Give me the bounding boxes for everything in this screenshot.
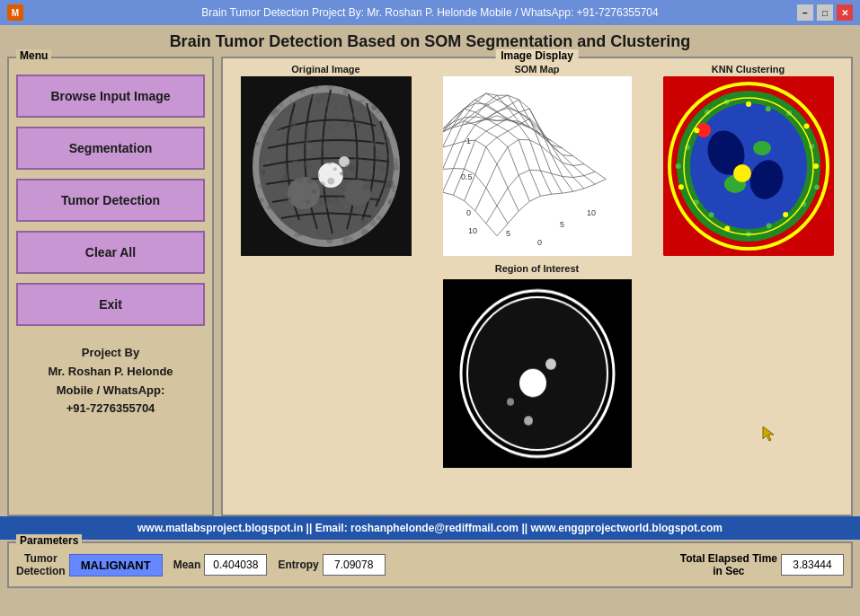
elapsed-time-label: Total Elapsed Timein Sec <box>680 552 777 578</box>
exit-button[interactable]: Exit <box>16 283 205 326</box>
menu-panel: Menu Browse Input Image Segmentation Tum… <box>7 57 214 516</box>
mean-group: Mean 0.404038 <box>173 554 268 576</box>
status-bar: www.matlabsproject.blogspot.in || Email:… <box>0 516 860 540</box>
tumor-detection-button[interactable]: Tumor Detection <box>16 179 205 222</box>
original-image <box>241 76 412 256</box>
main-layout: Menu Browse Input Image Segmentation Tum… <box>0 57 860 516</box>
app-icon: M <box>7 4 23 21</box>
mean-label: Mean <box>173 559 201 571</box>
knn-clustering-label: KNN Clustering <box>712 64 785 75</box>
cursor-indicator <box>761 425 779 443</box>
close-button[interactable]: ✕ <box>837 4 853 21</box>
mean-value: 0.404038 <box>204 554 267 576</box>
image-display-label: Image Display <box>495 49 579 62</box>
som-map-label: SOM Map <box>514 64 559 75</box>
roi-cell: Region of Interest <box>443 263 632 468</box>
tumor-detection-group: TumorDetection MALIGNANT <box>16 552 163 578</box>
clear-all-button[interactable]: Clear All <box>16 231 205 274</box>
window-controls: − □ ✕ <box>797 4 853 21</box>
knn-clustering-cell: KNN Clustering <box>663 64 834 256</box>
entropy-label: Entropy <box>278 559 318 571</box>
minimize-button[interactable]: − <box>797 4 813 21</box>
elapsed-time-group: Total Elapsed Timein Sec 3.83444 <box>680 552 844 578</box>
segmentation-button[interactable]: Segmentation <box>16 127 205 170</box>
svg-marker-0 <box>763 427 774 441</box>
app-title: Brain Tumor Detection Based on SOM Segme… <box>0 25 860 57</box>
tumor-value: MALIGNANT <box>69 554 163 576</box>
browse-input-button[interactable]: Browse Input Image <box>16 75 205 118</box>
entropy-value: 7.09078 <box>323 554 386 576</box>
roi-label: Region of Interest <box>495 263 580 274</box>
maximize-button[interactable]: □ <box>817 4 833 21</box>
parameters-panel: Parameters TumorDetection MALIGNANT Mean… <box>7 541 853 588</box>
parameters-label: Parameters <box>16 534 82 547</box>
title-bar-text: Brain Tumor Detection Project By: Mr. Ro… <box>201 6 658 19</box>
image-display-panel: Image Display Original Image SOM Map KNN… <box>221 57 853 516</box>
entropy-group: Entropy 7.09078 <box>278 554 385 576</box>
original-image-cell: Original Image <box>241 64 412 256</box>
som-map-cell: SOM Map <box>443 64 632 256</box>
roi-row: Region of Interest <box>228 263 846 468</box>
som-map-image <box>443 76 632 256</box>
tumor-detection-label: TumorDetection <box>16 552 66 578</box>
menu-label: Menu <box>16 49 51 62</box>
project-info: Project By Mr. Roshan P. Helonde Mobile … <box>16 344 205 418</box>
elapsed-time-value: 3.83444 <box>781 554 844 576</box>
original-image-label: Original Image <box>291 64 359 75</box>
roi-image <box>443 279 632 468</box>
knn-clustering-image <box>663 76 834 256</box>
title-bar: M Brain Tumor Detection Project By: Mr. … <box>0 0 860 25</box>
